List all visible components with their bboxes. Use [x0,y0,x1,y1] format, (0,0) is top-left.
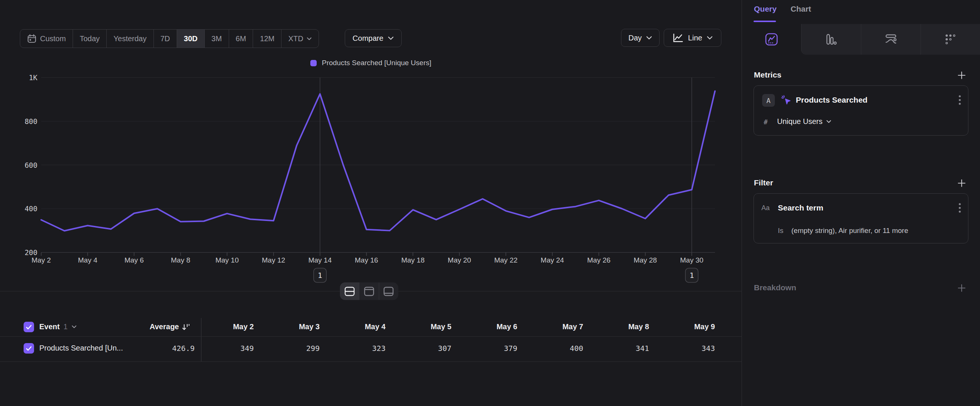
series-line [41,91,715,231]
event-column-header[interactable]: Event 1 [39,322,77,331]
flows-tab[interactable] [861,24,921,55]
add-breakdown-button[interactable] [957,283,967,293]
day-value: 307 [403,344,452,353]
insights-tab[interactable] [742,24,801,55]
range-xtd[interactable]: XTD [282,30,318,48]
chevron-down-icon [707,36,713,40]
aggregation-dropdown[interactable]: Unique Users [777,117,831,126]
table-view-icon [383,286,394,297]
filter-heading: Filter [754,178,773,187]
y-axis-label: 800 [25,117,37,126]
range-custom[interactable]: Custom [20,30,73,48]
filter-card[interactable]: Aa Search term Is (empty string), Air pu… [754,193,968,244]
range-label: 30D [184,35,198,43]
funnels-tab[interactable] [801,24,861,55]
query-panel: Query Chart [741,0,980,406]
divider [0,361,741,362]
x-axis-label: May 30 [680,256,703,264]
tab-query[interactable]: Query [754,5,777,13]
add-metric-button[interactable] [957,70,967,80]
x-axis-label: May 16 [355,256,378,264]
range-today[interactable]: Today [73,30,107,48]
range-30d[interactable]: 30D [177,30,205,48]
x-axis-label: May 12 [262,256,285,264]
chevron-down-icon [307,37,312,40]
filter-value[interactable]: (empty string), Air purifier, or 11 more [791,227,908,235]
tab-chart[interactable]: Chart [791,5,811,13]
day-column-header[interactable]: May 8 [600,322,649,331]
line-chart: 1K800600400200May 2May 4May 6May 8May 10… [0,56,741,296]
select-all-checkbox[interactable] [24,322,34,332]
range-label: Custom [40,35,66,43]
event-count: 1 [63,322,67,331]
range-yesterday[interactable]: Yesterday [107,30,153,48]
range-label: Yesterday [113,35,146,43]
event-cursor-icon [780,94,793,107]
day-column-header[interactable]: May 2 [205,322,254,331]
day-column-header[interactable]: May 6 [469,322,517,331]
day-value: 343 [666,344,715,353]
range-12m[interactable]: 12M [253,30,282,48]
day-column-header[interactable]: May 3 [271,322,320,331]
insights-icon [764,32,779,46]
report-type-tabs [742,24,980,55]
granularity-button[interactable]: Day [621,29,660,47]
chart-view-button[interactable] [360,282,379,300]
analytics-app: CustomTodayYesterday7D30D3M6M12MXTD Comp… [0,0,980,406]
aggregation-label: Unique Users [777,117,822,126]
range-3m[interactable]: 3M [205,30,229,48]
range-label: 12M [260,35,274,43]
x-axis-label: May 10 [215,256,239,264]
row-checkbox[interactable] [24,343,34,353]
day-column-header[interactable]: May 5 [403,322,452,331]
text-property-icon: Aa [761,204,770,212]
active-tab-indicator [754,21,776,22]
kebab-menu-icon[interactable] [958,95,961,106]
metric-card[interactable]: A Products Searched # Unique Users [754,85,968,135]
compare-button[interactable]: Compare [345,29,402,47]
filter-property-name[interactable]: Search term [778,203,823,212]
granularity-label: Day [628,34,642,42]
sort-descending-icon [182,323,190,331]
kebab-menu-icon[interactable] [958,203,961,214]
x-axis-label: May 28 [634,256,657,264]
y-axis-label: 400 [25,204,37,213]
y-axis-label: 200 [25,248,37,256]
retention-tab[interactable] [921,24,980,55]
split-view-button[interactable] [340,282,360,300]
x-axis-label: May 20 [448,256,471,264]
range-label: Today [80,35,100,43]
day-value: 323 [337,344,385,353]
x-axis-label: May 14 [309,256,332,264]
day-column-header[interactable]: May 9 [666,322,715,331]
x-axis-label: May 18 [401,256,425,264]
chart-type-button[interactable]: Line [664,29,721,47]
range-label: XTD [288,35,303,43]
day-column-header[interactable]: May 4 [337,322,385,331]
metric-name[interactable]: Products Searched [796,96,867,105]
row-event-name: Products Searched [Un... [39,344,123,352]
range-6m[interactable]: 6M [229,30,253,48]
plus-icon [957,71,966,80]
check-icon [26,346,32,351]
day-column-header[interactable]: May 7 [535,322,583,331]
chevron-down-icon [388,36,394,40]
y-axis-label: 1K [29,73,37,82]
compare-label: Compare [353,34,383,43]
chevron-down-icon [826,120,831,123]
add-filter-button[interactable] [957,178,967,188]
x-axis-label: May 26 [587,256,610,264]
filter-operator[interactable]: Is [778,227,783,235]
range-7d[interactable]: 7D [154,30,177,48]
plus-icon [957,283,966,293]
main-area: CustomTodayYesterday7D30D3M6M12MXTD Comp… [0,0,741,406]
x-axis-label: May 24 [541,256,564,264]
day-value: 379 [469,344,517,353]
table-row[interactable]: Products Searched [Un... 426.9 349299323… [0,337,741,361]
annotation-count: 1 [689,271,694,280]
calendar-icon [27,34,37,43]
retention-icon [943,32,958,46]
average-column-header[interactable]: Average [127,322,190,331]
table-view-button[interactable] [379,282,398,300]
line-chart-icon [672,33,684,43]
